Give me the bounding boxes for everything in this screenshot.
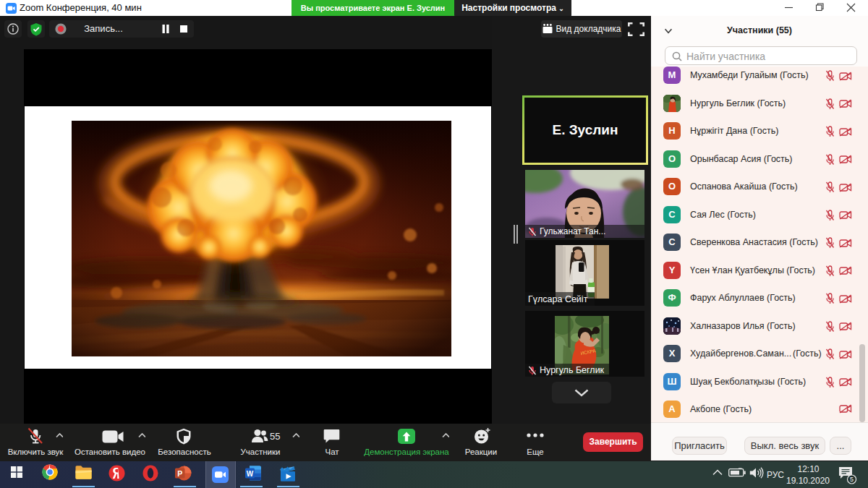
svg-text:W: W [247,470,254,478]
svg-text:5: 5 [850,476,854,483]
svg-text:P: P [177,469,182,478]
